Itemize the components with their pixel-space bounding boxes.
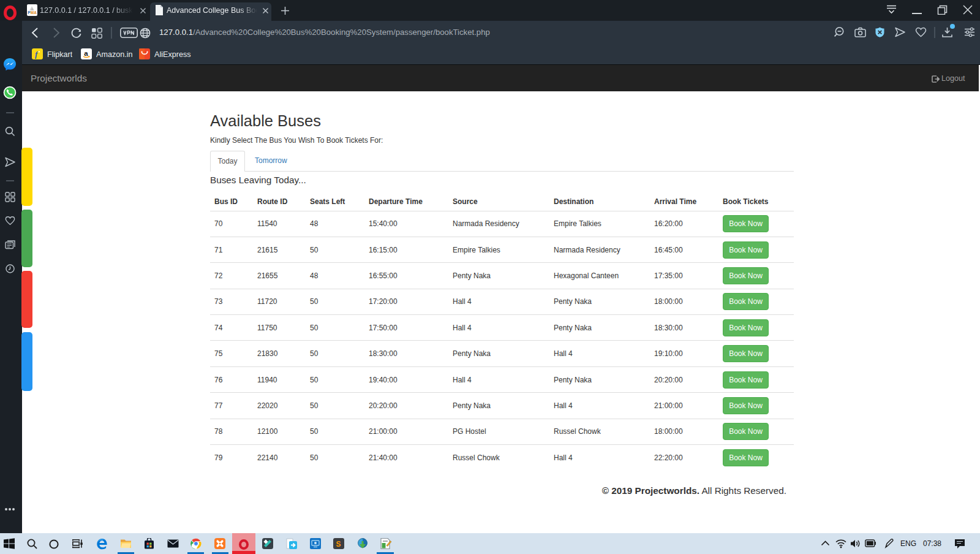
svg-text:a: a: [84, 50, 88, 57]
svg-text:MA: MA: [31, 10, 37, 15]
svg-text:S: S: [336, 540, 341, 548]
